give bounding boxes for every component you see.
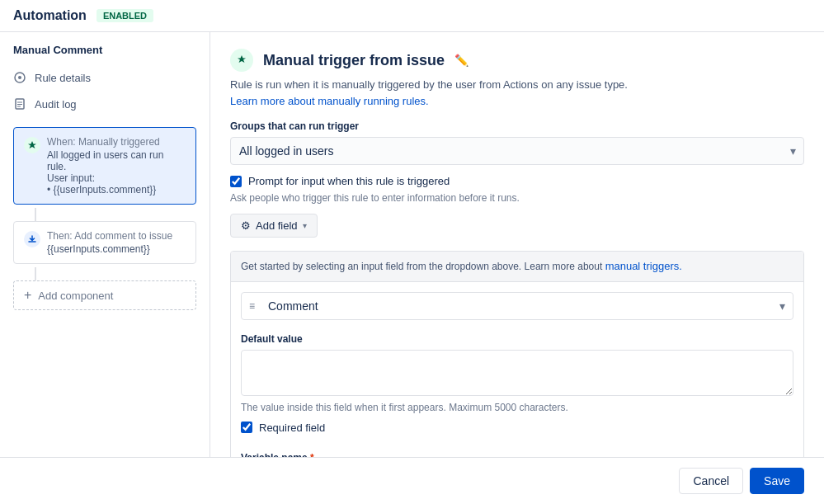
field-type-select-wrapper: ≡ Comment Short text Paragraph Number Da…: [241, 292, 793, 320]
input-field-body: ≡ Comment Short text Paragraph Number Da…: [231, 282, 803, 458]
required-field-label[interactable]: Required field: [259, 422, 325, 434]
prompt-checkbox[interactable]: [230, 176, 242, 187]
sidebar: Manual Comment Rule details Audit log: [0, 32, 210, 457]
right-panel: Manual trigger from issue ✏️ Rule is run…: [210, 32, 824, 457]
when-step-card[interactable]: When: Manually triggered All logged in u…: [13, 127, 196, 205]
cancel-button[interactable]: Cancel: [679, 468, 743, 494]
then-step-header: Then: Add comment to issue {{userInputs.…: [14, 222, 195, 263]
required-field-checkbox-row: Required field: [241, 422, 793, 434]
add-field-label: Add field: [256, 219, 298, 232]
input-field-card: Get started by selecting an input field …: [230, 251, 804, 457]
groups-label: Groups that can run trigger: [230, 120, 804, 132]
sidebar-section-title: Manual Comment: [0, 32, 210, 64]
default-value-textarea[interactable]: [241, 350, 793, 396]
card-info-text: Get started by selecting an input field …: [241, 258, 682, 275]
connector-line-1: [35, 208, 36, 221]
connector-line-2: [35, 267, 36, 280]
when-step-header: When: Manually triggered All logged in u…: [14, 128, 195, 204]
when-step-detail: All logged in users can run rule. User i…: [47, 149, 186, 195]
input-field-header: Get started by selecting an input field …: [231, 252, 803, 282]
add-field-toolbar: ⚙ Add field ▾: [230, 214, 804, 238]
groups-select-wrapper: All logged in users Admins only Specific…: [230, 137, 804, 165]
panel-title: Manual trigger from issue: [263, 52, 445, 69]
prompt-checkbox-row: Prompt for input when this rule is trigg…: [230, 175, 804, 187]
edit-title-icon[interactable]: ✏️: [454, 54, 469, 67]
field-type-select[interactable]: Comment Short text Paragraph Number Date: [241, 292, 793, 320]
top-bar: Automation ENABLED: [0, 0, 824, 32]
learn-more-link[interactable]: manual triggers.: [605, 260, 682, 272]
add-field-chevron-icon: ▾: [303, 221, 307, 230]
audit-log-icon: [13, 97, 26, 111]
prompt-hint-text: Ask people who trigger this rule to ente…: [230, 192, 804, 204]
groups-section: Groups that can run trigger All logged i…: [230, 120, 804, 165]
workflow-area: When: Manually triggered All logged in u…: [0, 117, 210, 457]
when-step-content: When: Manually triggered All logged in u…: [47, 136, 186, 195]
default-value-label: Default value: [241, 333, 793, 345]
add-component-label: Add component: [38, 290, 113, 302]
add-field-button[interactable]: ⚙ Add field ▾: [230, 214, 318, 238]
add-component-button[interactable]: + Add component: [13, 280, 196, 310]
footer: Cancel Save: [0, 457, 824, 504]
trigger-step-icon: [24, 137, 40, 153]
rule-details-icon: [13, 71, 26, 84]
required-field-checkbox[interactable]: [241, 422, 252, 433]
svg-point-1: [18, 76, 21, 79]
then-step-detail: {{userInputs.comment}}: [47, 243, 172, 255]
sidebar-item-label-rule-details: Rule details: [35, 72, 91, 84]
default-value-hint: The value inside this field when it firs…: [241, 402, 793, 413]
panel-link[interactable]: Learn more about manually running rules.: [230, 95, 429, 107]
main-layout: Manual Comment Rule details Audit log: [0, 32, 824, 457]
save-button[interactable]: Save: [750, 468, 804, 494]
prompt-checkbox-label[interactable]: Prompt for input when this rule is trigg…: [248, 175, 450, 187]
groups-select[interactable]: All logged in users Admins only Specific…: [230, 137, 804, 165]
then-step-content: Then: Add comment to issue {{userInputs.…: [47, 230, 172, 255]
gear-icon: ⚙: [241, 219, 251, 232]
add-component-plus-icon: +: [24, 288, 31, 303]
sidebar-item-label-audit-log: Audit log: [35, 98, 77, 111]
page-title: Automation: [13, 8, 87, 23]
when-step-label: When: Manually triggered: [47, 136, 186, 148]
sidebar-item-rule-details[interactable]: Rule details: [0, 64, 210, 91]
field-type-list-icon: ≡: [249, 300, 255, 312]
then-step-label: Then: Add comment to issue: [47, 230, 172, 242]
panel-trigger-icon: [230, 49, 253, 72]
enabled-badge: ENABLED: [97, 9, 153, 22]
panel-header: Manual trigger from issue ✏️: [230, 49, 804, 72]
sidebar-item-audit-log[interactable]: Audit log: [0, 91, 210, 117]
then-step-card[interactable]: Then: Add comment to issue {{userInputs.…: [13, 221, 196, 264]
panel-subtitle: Rule is run when it is manually triggere…: [230, 78, 804, 91]
action-step-icon: [24, 231, 40, 247]
